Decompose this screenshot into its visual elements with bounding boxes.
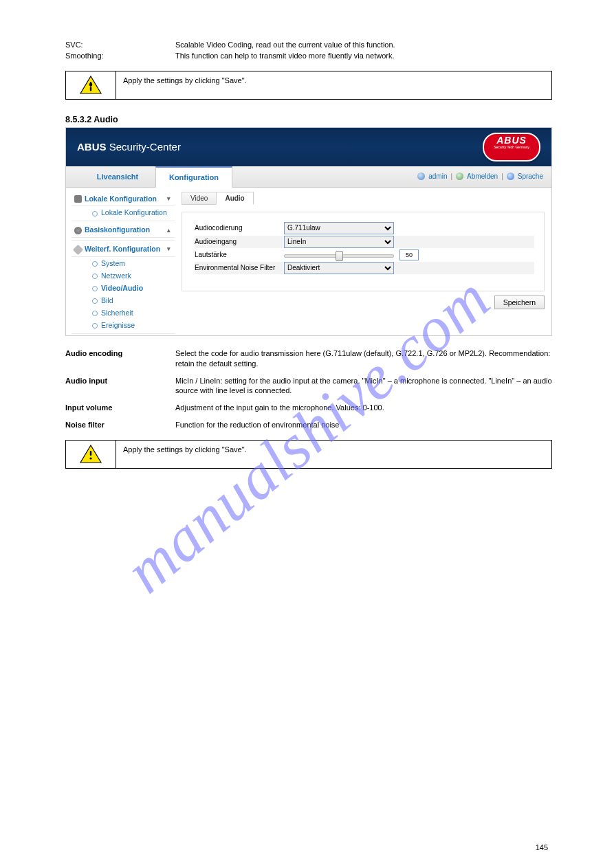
- logout-link[interactable]: Abmelden: [467, 173, 498, 180]
- svc-value: Scalable Video Coding, read out the curr…: [175, 40, 552, 50]
- save-bar: Speichern: [182, 296, 545, 309]
- smoothing-value: This function can help to transmit video…: [175, 51, 552, 61]
- sidebar-item-label: Bild: [101, 296, 113, 304]
- note-icon-cell: [66, 71, 116, 99]
- sidebar-item-security[interactable]: Sicherheit: [72, 307, 175, 319]
- note-2-text: Apply the settings by clicking "Save".: [116, 441, 551, 468]
- sidebar-local-config[interactable]: Lokale Konfiguration ▾: [72, 192, 175, 207]
- audio-desc-section: Audio encoding Select the code for audio…: [65, 348, 552, 430]
- chevron-down-icon: ▾: [167, 245, 171, 252]
- desc-volume: Input volume Adjustment of the input gai…: [65, 403, 552, 413]
- page-number: 145: [536, 843, 548, 852]
- bullet-icon: [92, 286, 98, 291]
- subtab-row: Video Audio: [182, 192, 545, 205]
- desc-audioin-label: Audio input: [65, 376, 175, 397]
- content-pane: Video Audio Audiocodierung G.711ulaw Aud…: [175, 188, 551, 335]
- desc-volume-label: Input volume: [65, 403, 175, 413]
- bullet-icon: [92, 298, 98, 304]
- bullet-icon: [92, 211, 98, 216]
- tab-liveview[interactable]: Liveansicht: [80, 166, 155, 187]
- chevron-down-icon: ▾: [167, 195, 171, 202]
- subtab-audio[interactable]: Audio: [216, 192, 253, 205]
- monitor-icon: [74, 195, 82, 203]
- user-link[interactable]: admin: [428, 173, 447, 180]
- sidebar-item-label: Sicherheit: [101, 309, 133, 317]
- slider-thumb[interactable]: [336, 251, 343, 261]
- audioenc-select[interactable]: G.711ulaw: [284, 222, 394, 234]
- noise-select[interactable]: Deaktiviert: [284, 262, 394, 274]
- globe-icon: [507, 173, 514, 180]
- subtab-video[interactable]: Video: [182, 192, 217, 205]
- bullet-icon: [92, 311, 98, 316]
- svg-point-7: [89, 457, 91, 459]
- desc-noise-label: Noise filter: [65, 420, 175, 430]
- toolbar-right: admin | Abmelden | Sprache: [417, 166, 543, 187]
- bullet-icon: [92, 274, 98, 279]
- sidebar: Lokale Konfiguration ▾ Lokale Konfigurat…: [66, 188, 175, 335]
- language-link[interactable]: Sprache: [518, 173, 543, 180]
- noise-label: Environmental Noise Filter: [195, 264, 284, 271]
- tab-configuration[interactable]: Konfiguration: [155, 166, 232, 188]
- sidebar-adv-label: Weiterf. Konfiguration: [85, 245, 160, 253]
- form-panel: Audiocodierung G.711ulaw Audioeingang Li…: [182, 212, 545, 291]
- desc-noise-value: Function for the reduction of environmen…: [175, 420, 552, 430]
- sidebar-local-sub[interactable]: Lokale Konfiguration: [72, 206, 175, 219]
- svg-rect-2: [90, 87, 91, 91]
- sidebar-item-videoaudio[interactable]: Video/Audio: [72, 282, 175, 294]
- desc-audioin: Audio input MicIn / LineIn: setting for …: [65, 376, 552, 397]
- banner-brand: ABUS: [77, 141, 107, 153]
- warning-icon: [80, 76, 102, 95]
- sidebar-item-system[interactable]: System: [72, 257, 175, 269]
- user-icon: [417, 173, 425, 180]
- sidebar-local-sub-label: Lokale Konfiguration: [101, 208, 167, 216]
- svc-row: SVC: Scalable Video Coding, read out the…: [65, 40, 552, 50]
- abus-logo: ABUS Security Tech Germany: [483, 133, 540, 162]
- sidebar-item-label: System: [101, 259, 125, 267]
- desc-audioenc-label: Audio encoding: [65, 348, 175, 369]
- sidebar-item-network[interactable]: Netzwerk: [72, 269, 175, 282]
- note-box-1: Apply the settings by clicking "Save".: [65, 71, 552, 100]
- banner-subtitle: Security-Center: [109, 141, 181, 153]
- desc-audioenc: Audio encoding Select the code for audio…: [65, 348, 552, 369]
- audioin-label: Audioeingang: [195, 238, 284, 245]
- sidebar-advanced[interactable]: Weiterf. Konfiguration ▾: [72, 242, 175, 257]
- sidebar-item-label: Ereignisse: [101, 321, 135, 329]
- gear-icon: [74, 227, 82, 234]
- volume-slider[interactable]: [284, 250, 394, 260]
- sidebar-local-label: Lokale Konfiguration: [85, 194, 157, 203]
- section-heading: 8.5.3.2 Audio: [65, 115, 552, 124]
- svg-rect-6: [90, 451, 91, 456]
- desc-audioenc-value: Select the code for audio transmission h…: [175, 348, 552, 369]
- sidebar-item-label: Video/Audio: [101, 284, 143, 292]
- bullet-icon: [92, 261, 98, 267]
- smoothing-row: Smoothing: This function can help to tra…: [65, 51, 552, 61]
- row-audioin: Audioeingang LineIn: [195, 236, 534, 248]
- app-banner: ABUS Security-Center ABUS Security Tech …: [66, 128, 551, 166]
- volume-value: 50: [399, 249, 419, 260]
- note-icon-cell-2: [66, 441, 116, 468]
- banner-title: ABUS Security-Center: [77, 141, 181, 153]
- logo-subtext: Security Tech Germany: [494, 145, 529, 149]
- audioin-select[interactable]: LineIn: [284, 236, 394, 248]
- pre-table: SVC: Scalable Video Coding, read out the…: [65, 40, 552, 61]
- warning-icon: [80, 445, 102, 464]
- svg-rect-4: [90, 82, 91, 87]
- logout-icon: [456, 173, 463, 180]
- sidebar-item-image[interactable]: Bild: [72, 294, 175, 307]
- main-tabbar: Liveansicht Konfiguration admin | Abmeld…: [66, 166, 551, 188]
- sidebar-item-events[interactable]: Ereignisse: [72, 319, 175, 331]
- sidebar-basic-label: Basiskonfiguration: [85, 225, 150, 234]
- sidebar-item-label: Netzwerk: [101, 271, 131, 280]
- svc-label: SVC:: [65, 40, 175, 50]
- volume-label: Lautstärke: [195, 251, 284, 258]
- desc-noise: Noise filter Function for the reduction …: [65, 420, 552, 430]
- bullet-icon: [92, 323, 98, 329]
- row-noise: Environmental Noise Filter Deaktiviert: [195, 262, 534, 274]
- wrench-icon: [73, 245, 84, 256]
- smoothing-label: Smoothing:: [65, 51, 175, 61]
- save-button[interactable]: Speichern: [494, 296, 545, 309]
- logo-text: ABUS: [494, 135, 529, 145]
- sidebar-basic[interactable]: Basiskonfiguration ▴: [72, 223, 175, 238]
- note-box-2: Apply the settings by clicking "Save".: [65, 440, 552, 469]
- note-1-text: Apply the settings by clicking "Save".: [116, 71, 551, 99]
